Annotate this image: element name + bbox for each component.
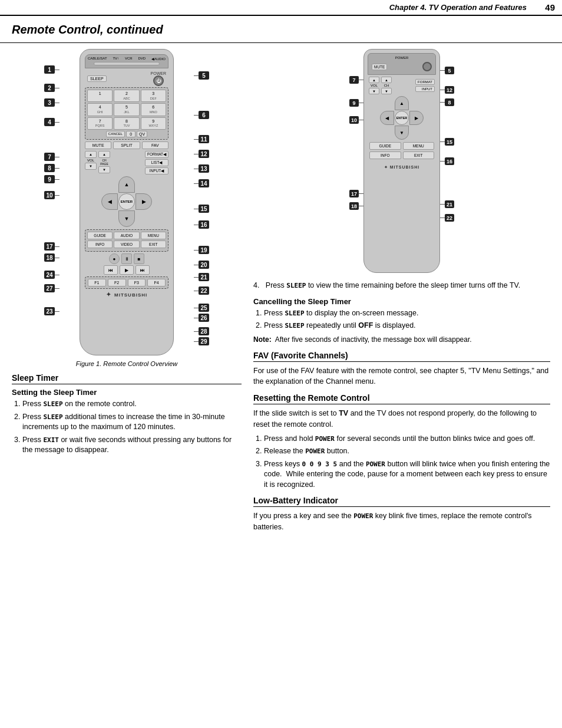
fav-button[interactable]: FAV — [142, 141, 168, 149]
fav-section: FAV (Favorite Channels) For use of the F… — [253, 351, 550, 388]
audio-button[interactable]: AUDIO — [114, 232, 139, 239]
label-row-27: 27 — [44, 284, 59, 292]
page-number: 49 — [538, 2, 555, 12]
sr-dpad-enter[interactable]: ENTER — [395, 111, 409, 125]
sr-info-button[interactable]: INFO — [369, 151, 401, 159]
info-button[interactable]: INFO — [87, 241, 113, 248]
sr-dpad-right[interactable]: ▶ — [409, 111, 424, 125]
sleep-step-4: 4. Press SLEEP to view the time remainin… — [253, 280, 550, 291]
dpad-section: ▲ ◀ ENTER ▶ ▼ — [85, 176, 168, 227]
power-row: SLEEP POWER ⏻ — [85, 70, 168, 87]
key-9[interactable]: 9WXYZ — [141, 117, 166, 130]
sr-exit-button[interactable]: EXIT — [403, 151, 435, 159]
key-1[interactable]: 1 — [87, 90, 113, 102]
sr-dpad-up[interactable]: ▲ — [395, 96, 409, 110]
dpad-down[interactable]: ▼ — [118, 210, 135, 227]
label-row-2: 2 — [44, 84, 59, 92]
sr-dpad-down[interactable]: ▼ — [395, 126, 409, 140]
cancelling-steps: Press SLEEP to display the on-screen mes… — [264, 308, 550, 331]
badge-2: 2 — [44, 84, 55, 92]
sr-vol-label: VOL — [371, 84, 378, 87]
menu-button[interactable]: MENU — [141, 232, 166, 239]
sr-badge-22r: 22 — [445, 214, 454, 222]
key-5[interactable]: 5JKL — [114, 103, 139, 116]
ch-up[interactable]: ▲ — [98, 151, 110, 158]
transport-row-2: ⏮ ▶ ⏭ — [85, 265, 168, 275]
note-label: Note: — [253, 335, 272, 345]
key-3[interactable]: 3DEF — [141, 90, 166, 102]
sr-vol-up[interactable]: ▲ — [369, 77, 379, 83]
key-8[interactable]: 8TUV — [114, 117, 139, 130]
key-6[interactable]: 6MNO — [141, 103, 166, 116]
zero-button[interactable]: 0 — [126, 131, 135, 137]
dpad-up[interactable]: ▲ — [118, 176, 135, 193]
power-button[interactable]: ⏻ — [153, 75, 164, 86]
sr-label-18: 18 — [349, 202, 363, 210]
vol-down[interactable]: ▼ — [85, 163, 97, 170]
key-4[interactable]: 4GHI — [87, 103, 113, 116]
keypad-section: 1 2ABC 3DEF 4GHI 5JKL 6MNO 7PQRS 8TUV 9W… — [85, 87, 168, 140]
video-button[interactable]: VIDEO — [114, 241, 139, 248]
qv-button[interactable]: QV — [137, 131, 147, 137]
right-column: 7 9 10 17 18 — [247, 43, 562, 542]
rew-button[interactable]: ⏮ — [104, 265, 118, 275]
vol-rocker: ▲ VOL ▼ — [85, 151, 97, 173]
label-row-25r: 25 — [194, 304, 209, 312]
sr-mid: ▲ VOL ▼ ▲ CH ▼ FORMAT INPUT — [368, 77, 436, 94]
record-button[interactable]: ● — [109, 253, 120, 264]
f2-button[interactable]: F2 — [108, 279, 126, 286]
ff-button[interactable]: ⏭ — [135, 265, 150, 275]
stop-button[interactable]: ■ — [134, 253, 144, 264]
dpad-right[interactable]: ▶ — [135, 193, 152, 210]
sleep-key-1: SLEEP — [43, 400, 62, 408]
badge-26r: 26 — [199, 314, 209, 322]
ch-down[interactable]: ▼ — [98, 166, 110, 173]
sr-ch-up[interactable]: ▲ — [381, 77, 392, 83]
cancel-button[interactable]: CANCEL — [106, 131, 125, 137]
sr-menu-button[interactable]: MENU — [403, 142, 435, 150]
f3-button[interactable]: F3 — [128, 279, 146, 286]
power-key-3: POWER — [366, 460, 385, 468]
key-7[interactable]: 7PQRS — [87, 117, 113, 130]
sr-vol-down[interactable]: ▼ — [369, 88, 379, 94]
sr-guide-button[interactable]: GUIDE — [369, 142, 401, 150]
sr-dpad: ▲ ◀ ENTER ▶ ▼ — [380, 96, 424, 140]
sr-format-button[interactable]: FORMAT — [415, 79, 435, 85]
label-row-7: 7 — [44, 153, 59, 161]
list-button[interactable]: LIST◀ — [145, 159, 168, 166]
label-row-3: 3 — [44, 98, 59, 107]
info-video-exit-row: INFO VIDEO EXIT — [87, 241, 166, 248]
f4-button[interactable]: F4 — [147, 279, 166, 286]
label-row-8: 8 — [44, 164, 59, 172]
sleep-cancel-1: SLEEP — [285, 309, 304, 317]
step-1: Press SLEEP on the remote control. — [22, 399, 242, 410]
exit-button[interactable]: EXIT — [141, 241, 166, 248]
play-button[interactable]: ▶ — [120, 265, 134, 275]
dpad-left[interactable]: ◀ — [101, 193, 118, 210]
key-2[interactable]: 2ABC — [114, 90, 139, 102]
sr-label-10: 10 — [349, 116, 363, 124]
guide-menu-section: GUIDE AUDIO MENU INFO VIDEO EXIT — [85, 229, 168, 252]
sr-dpad-left[interactable]: ◀ — [380, 111, 394, 125]
vol-up[interactable]: ▲ — [85, 151, 97, 158]
guide-button[interactable]: GUIDE — [87, 232, 113, 239]
sr-mute-button[interactable]: MUTE — [372, 64, 387, 70]
sr-label-5r: 5 — [440, 67, 454, 74]
input-button[interactable]: INPUT◀ — [145, 167, 168, 174]
mute-button[interactable]: MUTE — [85, 141, 111, 149]
sr-power-button[interactable] — [422, 62, 432, 71]
badge-12r: 12 — [199, 150, 209, 158]
remote-figure: 1 2 3 4 — [12, 49, 242, 367]
split-button[interactable]: SPLIT — [113, 141, 140, 149]
sr-dpad-section: ▲ ◀ ENTER ▶ ▼ — [368, 96, 436, 140]
sr-label-8r: 8 — [440, 98, 454, 106]
sleep-button[interactable]: SLEEP — [87, 75, 107, 82]
format-button[interactable]: FORMAT◀ — [145, 151, 168, 158]
dpad-enter[interactable]: ENTER — [118, 193, 135, 210]
sr-ch-down[interactable]: ▼ — [381, 88, 392, 94]
label-row-15r: 15 — [194, 205, 209, 213]
label-row-5r: 5 — [194, 71, 209, 80]
f1-button[interactable]: F1 — [88, 279, 106, 286]
pause-button[interactable]: ⏸ — [121, 253, 132, 264]
sr-input-button[interactable]: INPUT — [415, 86, 435, 92]
